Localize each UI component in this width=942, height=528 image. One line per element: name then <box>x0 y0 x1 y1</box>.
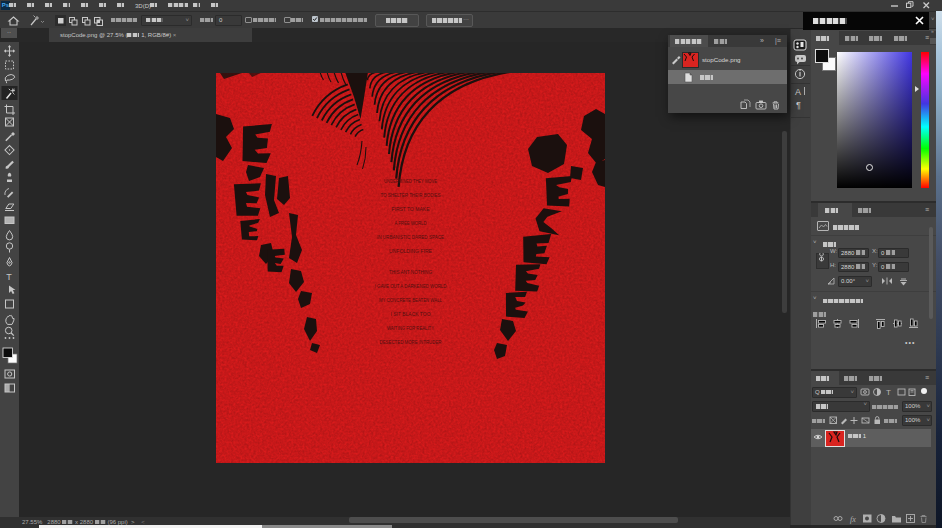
svg-text:MY CONCRETE BEATEN WALL: MY CONCRETE BEATEN WALL <box>379 297 442 303</box>
svg-text:A FREE WORLD: A FREE WORLD <box>395 220 427 226</box>
svg-text:THIS ANT NOTHING: THIS ANT NOTHING <box>389 269 432 275</box>
svg-text:fx: fx <box>850 515 856 524</box>
svg-text:¶: ¶ <box>796 100 801 110</box>
svg-text:UNFOLDING FIRE: UNFOLDING FIRE <box>389 248 433 254</box>
svg-text:FIRST TO MAKE: FIRST TO MAKE <box>392 206 431 212</box>
svg-text:I SIT BLACK TOO: I SIT BLACK TOO <box>391 311 431 317</box>
svg-text:T: T <box>6 272 12 282</box>
svg-text:T: T <box>886 388 891 397</box>
svg-text:IN URBANISTIC DARED SPACE: IN URBANISTIC DARED SPACE <box>377 234 445 240</box>
svg-text:A: A <box>795 87 801 97</box>
svg-text:TO SHELTER THEIR BODIES: TO SHELTER THEIR BODIES <box>381 192 442 198</box>
svg-text:DESECTED MORE INTRUDER: DESECTED MORE INTRUDER <box>380 339 442 345</box>
svg-text:I GAVE OUT A DARKENED WORLD: I GAVE OUT A DARKENED WORLD <box>375 283 447 289</box>
svg-text:WAITING FOR REALITY: WAITING FOR REALITY <box>387 325 435 331</box>
svg-text:UNDERMINED THEY MOVE: UNDERMINED THEY MOVE <box>384 178 438 184</box>
